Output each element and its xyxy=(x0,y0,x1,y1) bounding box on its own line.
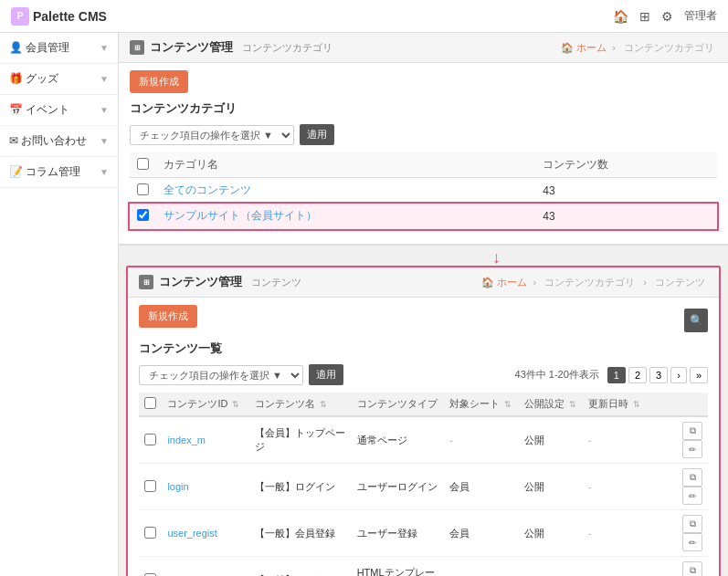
sidebar-item-column[interactable]: 📝 コラム管理 ▼ xyxy=(0,157,118,188)
page-btn-last[interactable]: » xyxy=(690,367,708,383)
cat-row-name-2[interactable]: サンプルサイト（会員サイト） xyxy=(164,209,317,222)
row-type: ユーザーログイン xyxy=(352,464,445,510)
content-list-title: コンテンツ一覧 xyxy=(139,340,708,357)
breadcrumb-separator: › xyxy=(612,42,618,53)
col-header-type: コンテンツタイプ xyxy=(352,393,445,416)
sidebar-label-column: 📝 コラム管理 xyxy=(9,164,80,180)
table-row: login 【一般】ログイン ユーザーログイン 会員 公開 - ⧉ ✏ xyxy=(139,464,708,510)
breadcrumb-home[interactable]: 🏠 ホーム xyxy=(561,42,607,53)
page-btn-3[interactable]: 3 xyxy=(649,367,668,383)
copy-button[interactable]: ⧉ xyxy=(682,561,702,576)
list-controls-left: チェック項目の操作を選択 ▼ 適用 xyxy=(139,364,343,385)
table-row-highlighted: サンプルサイト（会員サイト） 43 xyxy=(130,204,717,229)
chevron-icon: ▼ xyxy=(100,167,109,177)
top-panel-header: ⊞ コンテンツ管理 コンテンツカテゴリ 🏠 ホーム › コンテンツカテゴリ xyxy=(119,33,728,63)
grid-icon[interactable]: ⊞ xyxy=(639,9,650,24)
main-layout: 👤 会員管理 ▼ 🎁 グッズ ▼ 📅 イベント ▼ ✉ お問い合わせ ▼ 📝 コ… xyxy=(0,33,728,576)
sidebar-label-event: 📅 イベント xyxy=(9,102,69,118)
page-btn-2[interactable]: 2 xyxy=(628,367,647,383)
table-row: footer 【一般】フッター HTMLテンプレート - - - ⧉ ✏ xyxy=(139,557,708,577)
sidebar-label-inquiry: ✉ お問い合わせ xyxy=(9,133,87,149)
row-sheet: - xyxy=(444,416,518,464)
row-id[interactable]: index_m xyxy=(167,435,206,445)
bottom-apply-button[interactable]: 適用 xyxy=(309,364,343,385)
copy-button[interactable]: ⧉ xyxy=(682,468,702,487)
row-id[interactable]: user_regist xyxy=(167,528,216,539)
col-header-publish: 公開設定 ⇅ xyxy=(519,393,583,416)
content-select-all[interactable] xyxy=(144,397,156,409)
chevron-icon: ▼ xyxy=(100,74,109,84)
top-filter-select[interactable]: チェック項目の操作を選択 ▼ xyxy=(130,125,294,145)
gear-icon[interactable]: ⚙ xyxy=(661,9,673,24)
table-row: 全てのコンテンツ 43 xyxy=(130,178,717,204)
user-label: 管理者 xyxy=(684,8,717,24)
page-btn-next[interactable]: › xyxy=(670,367,687,383)
chevron-icon: ▼ xyxy=(100,105,109,115)
row-actions: ⧉ ✏ xyxy=(657,416,708,464)
sidebar-item-goods[interactable]: 🎁 グッズ ▼ xyxy=(0,64,118,95)
top-panel-body: 新規作成 コンテンツカテゴリ チェック項目の操作を選択 ▼ 適用 カテゴリ名 コ… xyxy=(119,63,728,233)
row-updated: - xyxy=(583,510,657,557)
app-title: Palette CMS xyxy=(33,9,107,24)
col-header-sheet: 対象シート ⇅ xyxy=(444,393,518,416)
bottom-new-create-button[interactable]: 新規作成 xyxy=(139,305,197,328)
cat-row-name[interactable]: 全てのコンテンツ xyxy=(164,183,251,196)
row-updated: - xyxy=(583,557,657,577)
search-button[interactable]: 🔍 xyxy=(684,309,708,332)
sidebar-label-member: 👤 会員管理 xyxy=(9,40,69,56)
cat-row-count: 43 xyxy=(535,178,717,204)
sidebar-item-inquiry[interactable]: ✉ お問い合わせ ▼ xyxy=(0,126,118,157)
header-right: 🏠 ⊞ ⚙ 管理者 xyxy=(613,8,717,24)
copy-button[interactable]: ⧉ xyxy=(682,515,702,533)
edit-button[interactable]: ✏ xyxy=(682,533,702,551)
row-updated: - xyxy=(583,464,657,510)
row-type: 通常ページ xyxy=(352,416,445,464)
top-new-create-button[interactable]: 新規作成 xyxy=(130,70,188,93)
cat-row-checkbox[interactable] xyxy=(137,183,149,195)
top-panel-title: ⊞ コンテンツ管理 コンテンツカテゴリ xyxy=(130,39,332,56)
category-table: カテゴリ名 コンテンツ数 全てのコンテンツ 43 サンプルサイト（会員サイト） xyxy=(130,152,717,229)
chevron-icon: ▼ xyxy=(100,136,109,146)
table-row: index_m 【会員】トップページ 通常ページ - 公開 - ⧉ ✏ xyxy=(139,416,708,464)
bottom-filter-select[interactable]: チェック項目の操作を選択 ▼ xyxy=(139,365,303,385)
row-checkbox[interactable] xyxy=(144,527,156,539)
bottom-panel-title: ⊞ コンテンツ管理 コンテンツ xyxy=(139,274,301,290)
chevron-icon: ▼ xyxy=(100,43,109,53)
row-id[interactable]: login xyxy=(167,481,188,492)
content-area: ⊞ コンテンツ管理 コンテンツカテゴリ 🏠 ホーム › コンテンツカテゴリ 新規… xyxy=(119,33,728,576)
copy-button[interactable]: ⧉ xyxy=(682,422,702,440)
bottom-panel-header: ⊞ コンテンツ管理 コンテンツ 🏠 ホーム › コンテンツカテゴリ › コンテン… xyxy=(128,267,719,298)
col-category-name: カテゴリ名 xyxy=(156,152,535,178)
row-name: 【一般】会員登録 xyxy=(249,510,352,557)
row-sheet: - xyxy=(444,557,518,577)
row-name: 【会員】トップページ xyxy=(249,416,352,464)
row-actions: ⧉ ✏ xyxy=(657,464,708,510)
breadcrumb-category: コンテンツカテゴリ xyxy=(624,42,714,53)
breadcrumb-home-2[interactable]: 🏠 ホーム xyxy=(481,277,527,288)
panel-title-icon: ⊞ xyxy=(130,40,144,55)
edit-button[interactable]: ✏ xyxy=(682,487,702,505)
col-header-updated: 更新日時 ⇅ xyxy=(583,393,657,416)
page-btn-1[interactable]: 1 xyxy=(607,367,626,383)
edit-button[interactable]: ✏ xyxy=(682,440,702,458)
row-name: 【一般】フッター xyxy=(249,557,352,577)
row-updated: - xyxy=(583,416,657,464)
row-publish: 公開 xyxy=(519,464,583,510)
pagination-info: 43件中 1-20件表示 xyxy=(515,368,599,382)
col-header-actions xyxy=(657,393,708,416)
row-checkbox[interactable] xyxy=(144,573,156,577)
sidebar-item-member[interactable]: 👤 会員管理 ▼ xyxy=(0,33,118,64)
col-header-name: コンテンツ名 ⇅ xyxy=(249,393,352,416)
row-checkbox[interactable] xyxy=(144,480,156,492)
top-apply-button[interactable]: 適用 xyxy=(300,124,334,145)
sidebar-item-event[interactable]: 📅 イベント ▼ xyxy=(0,95,118,126)
bottom-panel: ⊞ コンテンツ管理 コンテンツ 🏠 ホーム › コンテンツカテゴリ › コンテン… xyxy=(126,266,721,576)
row-checkbox[interactable] xyxy=(144,434,156,445)
row-sheet: 会員 xyxy=(444,510,518,557)
home-icon[interactable]: 🏠 xyxy=(613,9,628,24)
list-controls: チェック項目の操作を選択 ▼ 適用 43件中 1-20件表示 1 2 3 › » xyxy=(139,364,708,385)
arrow-connector: ↓ xyxy=(265,249,728,266)
cat-row-checkbox-2[interactable] xyxy=(137,209,149,221)
row-actions: ⧉ ✏ xyxy=(657,557,708,577)
cat-select-all-checkbox[interactable] xyxy=(137,158,149,170)
